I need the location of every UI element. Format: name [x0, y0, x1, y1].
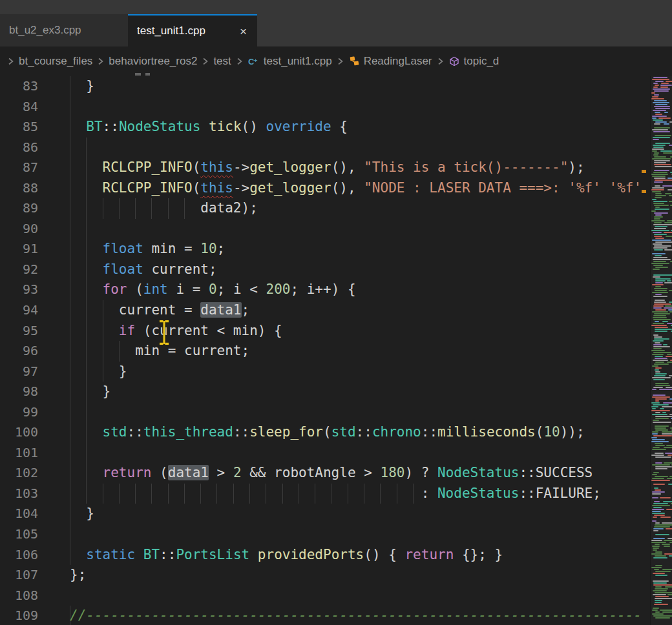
code-line[interactable]: } — [44, 76, 640, 97]
breadcrumb-label: test_unit1.cpp — [264, 55, 332, 68]
code-token: } — [70, 384, 110, 399]
code-line[interactable] — [44, 524, 640, 545]
code-token: -> — [233, 159, 249, 175]
code-line[interactable]: float current; — [44, 260, 640, 280]
breadcrumb-item-test[interactable]: test — [213, 55, 231, 68]
line-number[interactable]: 106 — [0, 545, 38, 566]
line-number[interactable]: 95 — [0, 321, 38, 342]
line-number[interactable]: 105 — [0, 524, 38, 545]
minimap[interactable] — [650, 76, 672, 625]
line-number[interactable]: 103 — [0, 484, 38, 504]
indent-guide — [103, 362, 103, 382]
code-token: )); — [560, 424, 585, 440]
code-line[interactable]: } — [44, 504, 640, 524]
code-line[interactable]: return (data1 > 2 && robotAngle > 180) ?… — [44, 463, 640, 484]
breadcrumb-label: test — [213, 55, 231, 68]
chevron-right-icon — [202, 56, 209, 67]
line-number[interactable]: 101 — [0, 443, 38, 464]
line-number[interactable]: 107 — [0, 565, 38, 586]
close-icon[interactable]: × — [238, 25, 248, 37]
line-number[interactable]: 88 — [0, 178, 38, 199]
indent-guide — [266, 484, 266, 504]
cpp-file-icon: C+ — [247, 56, 260, 67]
code-token: ( — [151, 465, 167, 480]
code-token: 0 — [209, 282, 217, 297]
field-symbol-icon — [448, 56, 460, 67]
breadcrumb-item-topic-d[interactable]: topic_d — [448, 55, 499, 68]
line-number[interactable]: 109 — [0, 606, 38, 625]
code-line[interactable]: if (current < min) { — [44, 321, 640, 342]
line-number[interactable]: 87 — [0, 158, 38, 178]
line-number[interactable]: 92 — [0, 260, 38, 280]
code-token: > — [209, 465, 233, 480]
indent-guide — [70, 463, 70, 484]
code-token: RCLCPP_INFO — [103, 159, 193, 175]
code-line[interactable]: data2); — [44, 198, 640, 219]
code-token: return — [103, 465, 152, 480]
code-line[interactable]: min = current; — [44, 341, 640, 362]
code-token: "This is a tick()-------" — [364, 159, 568, 175]
indent-guide — [103, 341, 103, 362]
code-line[interactable] — [44, 138, 640, 158]
line-number[interactable]: 85 — [0, 117, 38, 138]
code-line[interactable]: current = data1; — [44, 300, 640, 321]
code-line[interactable]: } — [44, 382, 640, 402]
breadcrumb-item-readinglaser[interactable]: ReadingLaser — [348, 55, 432, 68]
line-number[interactable]: 91 — [0, 239, 38, 260]
code-line[interactable] — [44, 443, 640, 464]
code-token: ( — [323, 424, 331, 440]
line-number[interactable]: 84 — [0, 97, 38, 118]
line-number[interactable]: 102 — [0, 463, 38, 484]
code-token: } — [70, 78, 94, 94]
code-line[interactable] — [44, 219, 640, 240]
code-line[interactable]: RCLCPP_INFO(this->get_logger(), "NODE : … — [44, 178, 640, 199]
chevron-right-icon — [337, 56, 344, 67]
breadcrumb-label: behaviortree_ros2 — [109, 55, 197, 68]
line-number[interactable]: 108 — [0, 586, 38, 606]
code-line[interactable] — [44, 97, 640, 118]
line-number[interactable]: 100 — [0, 422, 38, 443]
indent-guide — [233, 484, 234, 504]
line-number[interactable]: 90 — [0, 219, 38, 240]
code-line[interactable]: }; — [44, 565, 640, 586]
code-token: for — [103, 282, 127, 297]
breadcrumb-item-test-unit1-cpp[interactable]: C+test_unit1.cpp — [247, 55, 332, 68]
code-editor[interactable]: 8384858687888990919293949596979899100101… — [0, 76, 672, 625]
line-number[interactable]: 97 — [0, 362, 38, 382]
breadcrumb-item-bt-course-files[interactable]: bt_course_files — [19, 55, 92, 68]
code-token: :: — [421, 424, 437, 440]
tab-bt-u2-ex3-cpp[interactable]: bt_u2_ex3.cpp — [0, 14, 128, 46]
code-line[interactable] — [44, 402, 640, 423]
line-number[interactable]: 93 — [0, 280, 38, 300]
code-line[interactable]: static BT::PortsList providedPorts() { r… — [44, 545, 640, 566]
code-token: ::FAILURE; — [519, 486, 600, 501]
code-line[interactable]: RCLCPP_INFO(this->get_logger(), "This is… — [44, 158, 640, 178]
line-number[interactable]: 89 — [0, 198, 38, 219]
code-line[interactable] — [44, 586, 640, 606]
code-line[interactable]: std::this_thread::sleep_for(std::chrono:… — [44, 422, 640, 443]
line-number[interactable]: 99 — [0, 402, 38, 423]
line-number[interactable]: 104 — [0, 504, 38, 524]
code-content[interactable]: } BT::NodeStatus tick() override { RCLCP… — [44, 76, 640, 625]
indent-guide — [86, 280, 87, 300]
line-number[interactable]: 96 — [0, 341, 38, 362]
code-line[interactable]: : NodeStatus::FAILURE; — [44, 484, 640, 504]
line-number[interactable]: 94 — [0, 300, 38, 321]
indent-guide — [86, 178, 87, 199]
tab-test-unit1-cpp[interactable]: test_unit1.cpp × — [128, 14, 257, 46]
code-token: ; — [242, 302, 250, 318]
indent-guide — [70, 606, 70, 625]
line-number[interactable]: 83 — [0, 76, 38, 97]
code-line[interactable]: //--------------------------------------… — [44, 606, 640, 625]
line-number[interactable]: 86 — [0, 138, 38, 158]
breadcrumb-item-behaviortree-ros2[interactable]: behaviortree_ros2 — [109, 55, 197, 68]
overview-ruler[interactable] — [640, 76, 650, 625]
indent-guide — [86, 484, 87, 504]
breadcrumb-separator — [202, 56, 209, 67]
code-line[interactable]: BT::NodeStatus tick() override { — [44, 117, 640, 138]
code-line[interactable]: } — [44, 362, 640, 382]
code-line[interactable]: for (int i = 0; i < 200; i++) { — [44, 280, 640, 300]
code-token: }; — [70, 567, 86, 582]
line-number[interactable]: 98 — [0, 382, 38, 402]
code-line[interactable]: float min = 10; — [44, 239, 640, 260]
